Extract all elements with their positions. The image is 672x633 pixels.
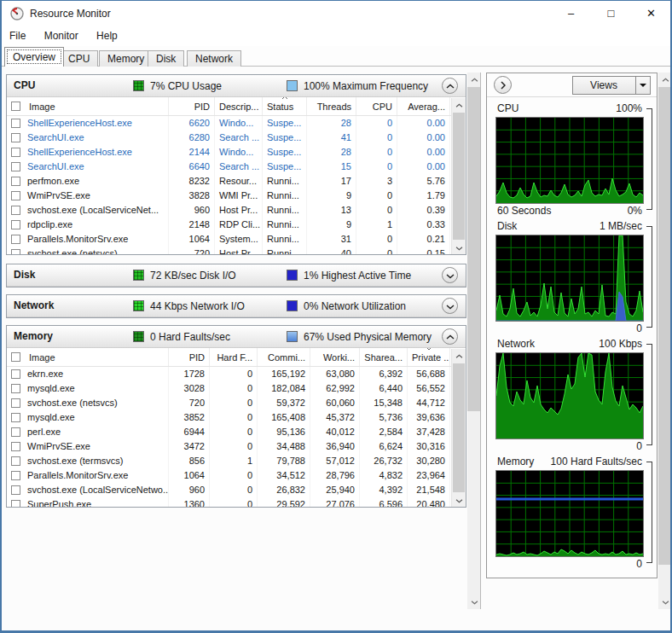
table-cell: 0.39	[397, 203, 450, 218]
close-button[interactable]: ✕	[632, 1, 670, 26]
row-checkbox[interactable]	[11, 148, 20, 157]
row-checkbox[interactable]	[11, 133, 20, 142]
table-row[interactable]: ShellExperienceHost.exe6620Windo...Suspe…	[7, 116, 466, 131]
scrollbar-thumb[interactable]	[453, 113, 465, 240]
row-checkbox[interactable]	[11, 456, 20, 466]
table-row[interactable]: ShellExperienceHost.exe2144Windo...Suspe…	[7, 145, 466, 160]
table-row[interactable]: svchost.exe (netsvcs)720Host Pr...Runni.…	[7, 247, 466, 255]
row-checkbox[interactable]	[11, 500, 20, 508]
row-checkbox[interactable]	[11, 162, 20, 171]
row-checkbox[interactable]	[11, 384, 20, 393]
row-checkbox[interactable]	[11, 427, 20, 437]
disk-expand-button[interactable]	[442, 267, 458, 283]
table-cell: 1064	[169, 232, 215, 247]
disk-section-header[interactable]: Disk 72 KB/sec Disk I/O 1% Highest Activ…	[7, 264, 466, 287]
row-checkbox[interactable]	[11, 485, 20, 495]
memory-col-pid[interactable]: PID	[169, 348, 210, 366]
tab-memory[interactable]: Memory	[99, 50, 153, 67]
minimize-button[interactable]: –	[552, 1, 590, 26]
row-checkbox[interactable]	[11, 471, 20, 480]
memory-col-hardfaults[interactable]: Hard F...	[210, 348, 258, 366]
row-checkbox[interactable]	[11, 119, 20, 128]
row-checkbox[interactable]	[11, 191, 20, 200]
table-row[interactable]: mysqld.exe38520165,40845,3725,73639,636	[7, 410, 466, 425]
table-row[interactable]: svchost.exe (netsvcs)720059,37260,06015,…	[7, 396, 466, 410]
table-row[interactable]: WmiPrvSE.exe3828WMI Pr...Runni...901.79	[7, 189, 466, 203]
table-row[interactable]: rdpclip.exe2148RDP Cli...Runni...910.33	[7, 218, 466, 232]
disk-graph-min-label: 0	[636, 322, 642, 334]
cpu-collapse-button[interactable]	[442, 78, 458, 94]
title-bar[interactable]: Resource Monitor – □ ✕	[2, 1, 670, 26]
menu-file[interactable]: File	[2, 26, 33, 42]
cpu-col-pid[interactable]: PID	[169, 97, 215, 115]
table-row[interactable]: svchost.exe (termsvcs)856179,78857,01226…	[7, 454, 466, 468]
table-row[interactable]: perl.exe6944095,13640,0122,58437,428	[7, 425, 466, 439]
memory-col-private[interactable]: Private ...	[408, 348, 450, 366]
select-all-checkbox[interactable]	[11, 102, 20, 111]
views-button[interactable]: Views	[572, 76, 651, 95]
table-row[interactable]: perfmon.exe8232Resour...Runni...1735.76	[7, 174, 466, 189]
memory-col-shareable[interactable]: Sharea...	[360, 348, 408, 366]
network-expand-button[interactable]	[442, 298, 458, 314]
row-checkbox[interactable]	[11, 177, 20, 186]
views-dropdown-arrow-icon[interactable]	[635, 77, 650, 94]
row-checkbox[interactable]	[11, 398, 20, 408]
table-row[interactable]: mysqld.exe30280182,08462,9926,44056,552	[7, 381, 466, 396]
scroll-down-icon[interactable]	[452, 241, 466, 254]
menu-help[interactable]: Help	[89, 26, 125, 42]
table-row[interactable]: svchost.exe (LocalServiceNetwo...960026,…	[7, 483, 466, 497]
table-row[interactable]: svchost.exe (LocalServiceNet...960Host P…	[7, 203, 466, 218]
scroll-up-icon[interactable]	[452, 98, 466, 112]
cpu-col-cpu[interactable]: CPU	[356, 97, 397, 115]
tab-cpu[interactable]: CPU	[60, 50, 98, 67]
select-all-checkbox[interactable]	[11, 352, 20, 362]
scrollbar-thumb[interactable]	[467, 87, 480, 411]
scroll-down-icon[interactable]	[467, 595, 481, 609]
cpu-col-average[interactable]: Averag...	[397, 97, 450, 115]
row-checkbox[interactable]	[11, 442, 20, 451]
tab-network[interactable]: Network	[187, 50, 241, 67]
row-checkbox[interactable]	[11, 235, 20, 244]
row-checkbox[interactable]	[11, 369, 20, 379]
left-panel-scrollbar[interactable]	[467, 73, 481, 609]
cpu-table-scrollbar[interactable]	[451, 98, 466, 254]
table-row[interactable]: SearchUI.exe6280Search ...Suspe...4100.0…	[7, 131, 466, 145]
memory-col-image[interactable]: Image	[7, 348, 169, 366]
network-section-header[interactable]: Network 44 Kbps Network I/O 0% Network U…	[7, 295, 466, 317]
collapse-sidebar-button[interactable]	[494, 76, 512, 94]
scroll-down-icon[interactable]	[658, 595, 672, 609]
memory-table-scrollbar[interactable]	[451, 349, 466, 507]
cpu-col-description[interactable]: Descrip...	[215, 97, 263, 115]
scroll-down-icon[interactable]	[452, 493, 466, 507]
row-checkbox[interactable]	[11, 206, 20, 215]
table-row[interactable]: Parallels.MonitorSrv.exe1064034,51228,79…	[7, 468, 466, 483]
table-row[interactable]: WmiPrvSE.exe3472034,48836,9406,62430,316	[7, 439, 466, 454]
cpu-graph-min-label: 0%	[628, 205, 642, 217]
maximize-button[interactable]: □	[592, 1, 630, 26]
cpu-col-status[interactable]: Status	[263, 97, 307, 115]
table-row[interactable]: SuperPush.exe1360029,59227,0766,59620,48…	[7, 497, 466, 508]
tab-overview[interactable]: Overview	[4, 47, 64, 67]
tab-disk[interactable]: Disk	[148, 50, 184, 67]
row-checkbox[interactable]	[11, 413, 20, 422]
table-row[interactable]: Parallels.MonitorSrv.exe1064System...Run…	[7, 232, 466, 247]
memory-section-header[interactable]: Memory 0 Hard Faults/sec 67% Used Physic…	[7, 326, 466, 348]
table-row[interactable]: ekrn.exe17280165,19263,0806,39256,688	[7, 367, 466, 381]
memory-col-working[interactable]: Worki...	[310, 348, 360, 366]
scrollbar-thumb[interactable]	[453, 363, 465, 492]
right-panel-scrollbar[interactable]	[658, 73, 672, 609]
table-row[interactable]: SearchUI.exe6640Search ...Suspe...1500.0…	[7, 160, 466, 174]
scroll-up-icon[interactable]	[658, 73, 672, 87]
row-checkbox[interactable]	[11, 220, 20, 229]
row-checkbox[interactable]	[11, 249, 20, 255]
window-title: Resource Monitor	[30, 8, 111, 20]
cpu-col-image[interactable]: Image	[7, 97, 169, 115]
scroll-up-icon[interactable]	[452, 349, 466, 363]
memory-col-commit[interactable]: Commi...	[258, 348, 310, 366]
cpu-col-threads[interactable]: Threads	[307, 97, 356, 115]
scroll-up-icon[interactable]	[467, 73, 481, 87]
menu-monitor[interactable]: Monitor	[37, 26, 86, 42]
memory-collapse-button[interactable]	[442, 328, 458, 345]
scrollbar-thumb[interactable]	[658, 87, 672, 565]
cpu-section-header[interactable]: CPU 7% CPU Usage 100% Maximum Frequency	[7, 75, 466, 97]
